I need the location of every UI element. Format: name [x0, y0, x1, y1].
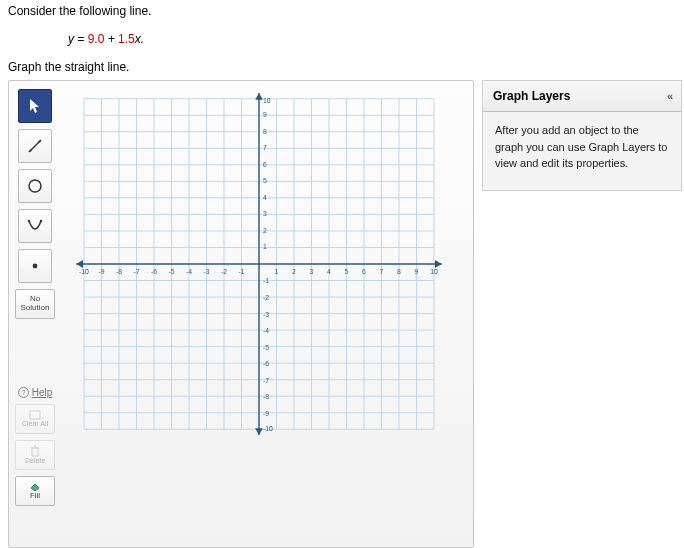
eq-mid: +: [104, 32, 118, 46]
pointer-tool-button[interactable]: [18, 89, 52, 123]
svg-text:-10: -10: [79, 268, 89, 275]
svg-text:5: 5: [345, 268, 349, 275]
svg-point-3: [29, 180, 41, 192]
svg-text:4: 4: [263, 194, 267, 201]
eq-suffix-var: x.: [135, 32, 144, 46]
svg-text:4: 4: [327, 268, 331, 275]
svg-text:-4: -4: [263, 327, 269, 334]
svg-text:-1: -1: [263, 277, 269, 284]
svg-rect-10: [32, 448, 38, 456]
help-icon: ?: [18, 387, 29, 398]
graph-layers-body: After you add an object to the graph you…: [482, 112, 682, 191]
svg-text:3: 3: [263, 210, 267, 217]
svg-text:-1: -1: [238, 268, 244, 275]
svg-text:-5: -5: [168, 268, 174, 275]
svg-text:10: 10: [263, 97, 271, 104]
graph-layers-header[interactable]: Graph Layers «: [482, 80, 682, 112]
equation: y = 9.0 + 1.5x.: [68, 32, 684, 46]
parabola-icon: [26, 217, 44, 235]
parabola-tool-button[interactable]: [18, 209, 52, 243]
svg-text:-3: -3: [203, 268, 209, 275]
prompt-text: Consider the following line.: [8, 4, 684, 18]
svg-text:-3: -3: [263, 311, 269, 318]
graph-panel: No Solution ? Help Clear All Delete Fill: [8, 80, 474, 548]
svg-point-5: [40, 220, 42, 222]
svg-text:2: 2: [292, 268, 296, 275]
svg-text:?: ?: [21, 389, 25, 396]
collapse-icon: «: [667, 90, 671, 102]
svg-text:7: 7: [263, 144, 267, 151]
circle-icon: [26, 177, 44, 195]
svg-text:-5: -5: [263, 344, 269, 351]
graph-layers-title: Graph Layers: [493, 89, 570, 103]
svg-text:8: 8: [263, 128, 267, 135]
svg-text:-7: -7: [263, 377, 269, 384]
svg-text:1: 1: [263, 243, 267, 250]
line-icon: [26, 137, 44, 155]
help-label: Help: [32, 387, 53, 398]
svg-text:8: 8: [397, 268, 401, 275]
circle-tool-button[interactable]: [18, 169, 52, 203]
svg-text:5: 5: [263, 177, 267, 184]
svg-marker-58: [255, 428, 263, 435]
clear-icon: [29, 410, 41, 420]
svg-text:-8: -8: [116, 268, 122, 275]
svg-text:-2: -2: [221, 268, 227, 275]
trash-icon: [30, 445, 40, 457]
svg-text:-6: -6: [151, 268, 157, 275]
svg-text:9: 9: [415, 268, 419, 275]
fill-button[interactable]: Fill: [15, 476, 55, 506]
svg-text:-10: -10: [263, 425, 273, 432]
svg-text:6: 6: [263, 161, 267, 168]
svg-text:-7: -7: [133, 268, 139, 275]
clear-all-button[interactable]: Clear All: [15, 404, 55, 434]
svg-text:-9: -9: [263, 410, 269, 417]
eq-const1: 9.0: [88, 32, 105, 46]
svg-marker-57: [255, 93, 263, 100]
svg-marker-55: [435, 260, 442, 268]
delete-button[interactable]: Delete: [15, 440, 55, 470]
svg-point-6: [33, 264, 38, 269]
svg-text:-6: -6: [263, 360, 269, 367]
graph-toolbar: No Solution ? Help Clear All Delete Fill: [13, 87, 57, 541]
pointer-icon: [27, 98, 43, 114]
svg-text:1: 1: [275, 268, 279, 275]
line-tool-button[interactable]: [18, 129, 52, 163]
svg-text:6: 6: [362, 268, 366, 275]
point-tool-button[interactable]: [18, 249, 52, 283]
svg-text:-4: -4: [186, 268, 192, 275]
eq-const2: 1.5: [118, 32, 135, 46]
svg-text:-2: -2: [263, 294, 269, 301]
svg-text:-8: -8: [263, 393, 269, 400]
svg-text:3: 3: [310, 268, 314, 275]
svg-text:-9: -9: [98, 268, 104, 275]
svg-rect-9: [30, 411, 40, 419]
no-solution-button[interactable]: No Solution: [15, 289, 55, 319]
svg-point-4: [28, 220, 30, 222]
point-icon: [26, 257, 44, 275]
svg-text:7: 7: [380, 268, 384, 275]
svg-text:2: 2: [263, 227, 267, 234]
svg-marker-56: [76, 260, 83, 268]
eq-prefix: y =: [68, 32, 88, 46]
coordinate-grid[interactable]: -10-9-8-7-6-5-4-3-2-1 12345678910 123456…: [59, 89, 459, 439]
help-link[interactable]: ? Help: [18, 387, 53, 398]
svg-text:10: 10: [430, 268, 438, 275]
svg-text:9: 9: [263, 111, 267, 118]
instruction-text: Graph the straight line.: [8, 60, 684, 74]
